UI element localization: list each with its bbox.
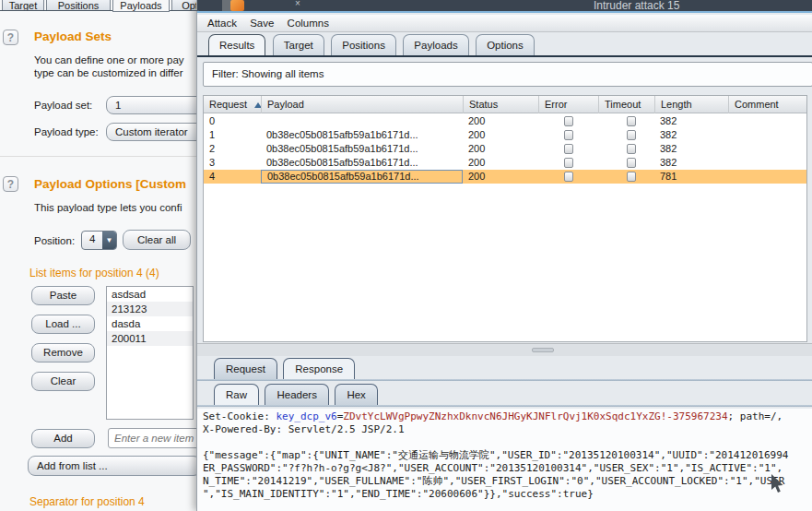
tab-payloads[interactable]: Payloads [112,0,170,12]
tab-response[interactable]: Response [283,358,355,379]
help-icon[interactable]: ? [3,176,18,192]
mouse-cursor [771,474,783,494]
payload-set-dropdown[interactable]: 1 [106,96,199,114]
timeout-checkbox[interactable] [627,144,636,154]
error-checkbox[interactable] [564,130,573,140]
cell-request: 1 [204,128,261,142]
cell-request: 3 [204,156,261,170]
tab-target[interactable]: Target [273,34,324,55]
tab-headers[interactable]: Headers [265,384,328,405]
error-checkbox[interactable] [564,158,573,168]
col-payload[interactable]: Payload [261,96,463,113]
menu-bar: Attack Save Columns [197,15,812,32]
attack-tab-bar: Results Target Positions Payloads Option… [208,34,537,55]
response-line: X-Powered-By: Servlet/2.5 JSP/2.1 [203,423,405,436]
payload-type-label: Payload type: [34,126,99,137]
cell-status: 200 [463,114,538,128]
list-item[interactable]: asdsad [107,287,193,302]
tab-payloads[interactable]: Payloads [403,34,468,55]
message-tab-underline [197,379,812,381]
menu-columns[interactable]: Columns [288,15,329,31]
timeout-checkbox[interactable] [627,116,636,126]
table-row[interactable]: 1 0b38ec05b0815afb59a1b6171d... 200 382 [204,128,806,142]
filter-bar[interactable]: Filter: Showing all items [203,62,812,87]
position-value: 4 [89,233,95,244]
position-dropdown[interactable]: 4 ▼ [81,231,117,250]
tab-hex[interactable]: Hex [335,384,377,405]
table-row-selected[interactable]: 4 0b38ec05b0815afb59a1b6171d... 200 781 [204,170,806,184]
load-button[interactable]: Load ... [31,315,95,334]
table-row[interactable]: 2 0b38ec05b0815afb59a1b6171d... 200 382 [204,142,806,156]
cell-length: 382 [654,128,728,142]
col-error[interactable]: Error [538,96,598,113]
cookie-value: ZDvtYcLWVgPpwyZNzhxDknvcN6JHGyKJNFlrQvj1… [343,410,727,422]
payload-options-heading: Payload Options [Custom [34,177,186,191]
cell-length: 382 [654,114,728,128]
cookie-name: key_dcp_v6 [276,410,336,422]
cell-length: 382 [654,142,728,156]
view-tab-underline [197,405,812,407]
clear-all-button[interactable]: Clear all [123,230,191,250]
cell-payload [261,114,463,128]
help-icon[interactable]: ? [3,30,18,45]
remove-button[interactable]: Remove [31,343,95,362]
list-item[interactable]: 200011 [107,331,193,346]
splitter-grip-icon[interactable] [532,348,554,352]
col-request[interactable]: Request [204,96,261,113]
window-title: Intruder attack 15 [594,0,704,12]
intruder-attack-window: × Intruder attack 15 Attack Save Columns… [196,0,812,511]
error-checkbox[interactable] [564,172,573,182]
add-button[interactable]: Add [31,429,95,448]
list-items-heading: List items for position 4 (4) [29,267,159,279]
col-comment[interactable]: Comment [728,96,806,113]
tab-raw[interactable]: Raw [214,384,259,405]
timeout-checkbox[interactable] [627,158,636,168]
cell-payload: 0b38ec05b0815afb59a1b6171d... [261,156,463,170]
cell-status: 200 [463,170,538,184]
timeout-checkbox[interactable] [627,172,636,182]
pane-splitter[interactable] [197,343,812,356]
tab-underline [197,55,812,57]
timeout-checkbox[interactable] [627,130,636,140]
close-icon[interactable]: × [295,0,300,8]
burp-app-icon [230,0,244,11]
cell-length: 382 [654,156,728,170]
cell-payload: 0b38ec05b0815afb59a1b6171d... [261,142,463,156]
cell-request: 4 [204,170,261,184]
tab-request[interactable]: Request [214,358,277,379]
new-item-input[interactable] [108,428,199,448]
cell-status: 200 [463,156,538,170]
error-checkbox[interactable] [564,116,573,126]
menu-save[interactable]: Save [250,15,274,31]
cell-request: 0 [204,114,261,128]
menu-attack[interactable]: Attack [207,15,237,31]
payload-sets-desc-1: You can define one or more pay [34,54,184,65]
table-header: Request Payload Status Error Timeout Len… [204,96,806,113]
cell-request: 2 [204,142,261,156]
error-checkbox[interactable] [564,144,573,154]
payload-sets-heading: Payload Sets [34,30,112,43]
clear-button[interactable]: Clear [31,372,95,391]
col-length[interactable]: Length [654,96,728,113]
view-tab-bar: Raw Headers Hex [214,384,380,405]
list-item[interactable]: 213123 [107,302,193,316]
add-from-list-dropdown[interactable]: Add from list ... [28,456,199,476]
chevron-down-icon: ▼ [102,232,116,249]
table-row[interactable]: 0 200 382 [204,114,806,128]
tab-positions[interactable]: Positions [331,34,396,55]
window-titlebar[interactable]: × Intruder attack 15 [197,0,812,13]
tab-results[interactable]: Results [208,34,265,55]
cell-status: 200 [463,142,538,156]
payload-items-list[interactable]: asdsad 213123 dasda 200011 [106,286,194,420]
cell-payload: 0b38ec05b0815afb59a1b6171d... [261,128,463,142]
payload-set-label: Payload set: [34,100,92,111]
paste-button[interactable]: Paste [31,286,95,305]
col-status[interactable]: Status [463,96,538,113]
response-editor[interactable]: Set-Cookie: key_dcp_v6=ZDvtYcLWVgPpwyZNz… [197,409,812,511]
table-row[interactable]: 3 0b38ec05b0815afb59a1b6171d... 200 382 [204,156,806,170]
col-timeout[interactable]: Timeout [598,96,654,113]
list-item[interactable]: dasda [107,316,193,331]
payload-type-dropdown[interactable]: Custom iterator [106,123,199,141]
tab-options[interactable]: Options [476,34,535,55]
payload-sets-desc-2: type can be customized in differ [34,67,183,78]
